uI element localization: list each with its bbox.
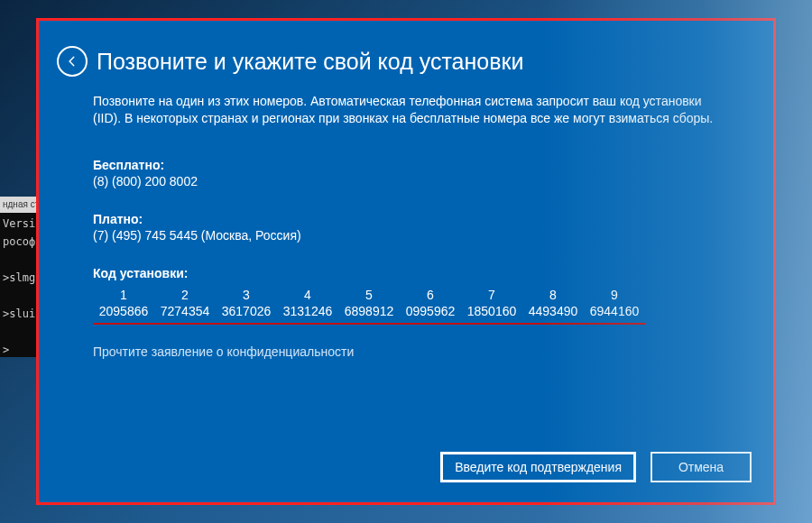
iid-column-header: 9: [584, 288, 645, 304]
iid-block: 4493490: [522, 304, 584, 321]
iid-block: 3617026: [216, 304, 277, 321]
iid-column-header: 8: [522, 288, 584, 304]
desktop-background: ндная ст Versic рософт >slmgr >slui > По…: [0, 0, 812, 523]
dialog-instructions: Позвоните на один из этих номеров. Автом…: [93, 93, 719, 127]
iid-column-header: 5: [338, 288, 400, 304]
toll-number: (7) (495) 745 5445 (Москва, Россия): [93, 228, 719, 243]
iid-column-header: 7: [461, 288, 522, 304]
tollfree-number: (8) (800) 200 8002: [93, 174, 719, 188]
iid-column-header: 3: [216, 288, 277, 304]
installation-id-grid: 123456789 209586672743543617026313124668…: [93, 288, 719, 325]
enter-confirmation-button[interactable]: Введите код подтверждения: [440, 452, 636, 482]
dialog-title: Позвоните и укажите свой код установки: [97, 49, 523, 75]
iid-block: 1850160: [461, 304, 522, 321]
iid-column-header: 4: [277, 288, 338, 304]
back-button[interactable]: [57, 46, 88, 77]
iid-column-header: 6: [400, 288, 461, 304]
iid-block: 2095866: [93, 304, 154, 321]
cancel-button[interactable]: Отмена: [651, 452, 752, 482]
iid-column-header: 1: [93, 288, 154, 304]
iid-column-header: 2: [154, 288, 216, 304]
installation-id-label: Код установки:: [93, 266, 719, 280]
iid-block: 6898912: [338, 304, 400, 321]
iid-block: 7274354: [154, 304, 216, 321]
highlight-frame: Позвоните и укажите свой код установки П…: [36, 18, 776, 505]
installation-id-underline: [93, 323, 645, 325]
privacy-statement-link[interactable]: Прочтите заявление о конфиденциальности: [93, 344, 719, 359]
iid-block: 0995962: [400, 304, 461, 321]
toll-label: Платно:: [93, 212, 719, 226]
arrow-left-icon: [66, 55, 78, 68]
iid-block: 6944160: [584, 304, 645, 321]
tollfree-label: Бесплатно:: [93, 158, 719, 172]
iid-block: 3131246: [277, 304, 338, 321]
activation-dialog: Позвоните и укажите свой код установки П…: [39, 21, 773, 502]
